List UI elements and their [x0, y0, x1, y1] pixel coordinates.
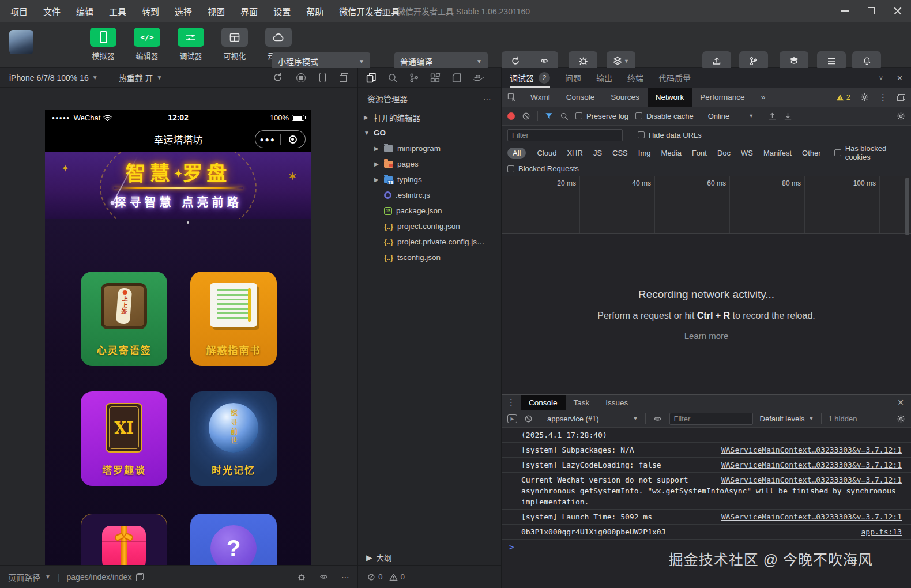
tree-item-project-private-config[interactable]: {..} project.private.config.js… [358, 234, 501, 250]
dock-side-icon[interactable] [897, 94, 905, 101]
search-icon[interactable] [560, 112, 569, 120]
type-filter-css[interactable]: CSS [607, 149, 633, 157]
debugger-toggle-button[interactable]: 调试器 [173, 28, 209, 61]
tree-item-open-editors[interactable]: ▶ 打开的编辑器 [358, 110, 501, 125]
drawer-tab-task[interactable]: Task [566, 395, 598, 410]
tree-item-package-json[interactable]: JS package.json [358, 203, 501, 218]
tab-performance[interactable]: Performance [692, 88, 752, 107]
search-icon[interactable] [387, 73, 398, 83]
clear-icon[interactable] [522, 112, 530, 120]
outline-section[interactable]: ▶ 大纲 [358, 550, 501, 565]
type-filter-img[interactable]: Img [633, 149, 656, 157]
capsule-more-button[interactable]: ●●● [255, 135, 280, 144]
tree-item-miniprogram[interactable]: ▶ miniprogram [358, 141, 501, 156]
menu-view[interactable]: 视图 [208, 5, 225, 17]
more-icon[interactable]: ⋯ [341, 572, 349, 582]
tree-item-project-config[interactable]: {..} project.config.json [358, 218, 501, 234]
export-har-icon[interactable] [784, 112, 792, 120]
close-button[interactable] [884, 0, 911, 22]
compile-mode-select[interactable]: 普通编译 ▼ [394, 52, 488, 70]
throttling-select[interactable]: Online▼ [708, 112, 754, 120]
tree-item-root-go[interactable]: ▼ GO [358, 125, 501, 141]
close-drawer-icon[interactable]: ✕ [897, 398, 911, 407]
tab-terminal[interactable]: 终端 [627, 68, 643, 88]
stop-icon[interactable] [296, 73, 306, 82]
type-filter-font[interactable]: Font [687, 149, 712, 157]
menu-tools[interactable]: 工具 [109, 5, 126, 17]
more-tabs-icon[interactable]: » [753, 88, 774, 107]
source-link[interactable]: WAServiceMainContext…03233303&v=3.7.12:1 [721, 511, 902, 522]
tab-wxml[interactable]: Wxml [522, 88, 558, 107]
menu-goto[interactable]: 转到 [142, 5, 159, 17]
tab-debugger[interactable]: 调试器 2 [510, 68, 550, 88]
avatar[interactable] [9, 30, 33, 54]
disable-cache-checkbox[interactable]: Disable cache [635, 112, 694, 120]
more-icon[interactable]: ⋯ [483, 94, 492, 103]
storage-icon[interactable] [451, 73, 462, 83]
card-coming-soon[interactable]: ? 敬请期待哟 [190, 514, 277, 565]
type-filter-cloud[interactable]: Cloud [532, 149, 562, 157]
hide-data-urls-checkbox[interactable]: Hide data URLs [638, 131, 702, 140]
eager-eval-icon[interactable]: ▶ [507, 414, 517, 423]
drawer-tab-console[interactable]: Console [521, 395, 566, 410]
type-filter-media[interactable]: Media [656, 149, 686, 157]
has-blocked-cookies-checkbox[interactable]: Has blocked cookies [834, 144, 905, 161]
log-row[interactable]: (2025.4.1 17:28:40) [502, 428, 911, 443]
type-filter-manifest[interactable]: Manifest [758, 149, 797, 157]
console-settings-icon[interactable] [897, 414, 905, 423]
editor-toggle-button[interactable]: </> 编辑器 [129, 28, 165, 61]
device-select[interactable]: iPhone 6/7/8 100% 16 [9, 73, 89, 82]
tab-sources[interactable]: Sources [603, 88, 648, 107]
log-row[interactable]: WAServiceMainContext…03233303&v=3.7.12:1… [502, 473, 911, 510]
tab-console[interactable]: Console [558, 88, 603, 107]
inspect-element-icon[interactable] [502, 88, 522, 107]
type-filter-other[interactable]: Other [797, 149, 826, 157]
filter-funnel-icon[interactable] [545, 112, 553, 120]
type-filter-xhr[interactable]: XHR [562, 149, 588, 157]
preserve-log-checkbox[interactable]: Preserve log [575, 112, 628, 120]
visual-toggle-button[interactable]: 可视化 [217, 28, 253, 61]
restart-icon[interactable] [273, 73, 283, 82]
type-filter-all[interactable]: All [507, 148, 526, 159]
warning-counter[interactable]: 2 [836, 93, 850, 101]
close-panel-icon[interactable]: ✕ [897, 74, 903, 82]
multi-window-icon[interactable] [340, 73, 348, 82]
network-filter-input[interactable] [507, 129, 623, 141]
more-options-icon[interactable]: ⋮ [879, 92, 887, 103]
log-row[interactable]: app.ts:13 0b3P1x000qgr4U1Xig000pbeUW2P1x… [502, 525, 911, 540]
card-fortune-stick[interactable]: 上上签 心灵寄语签 [81, 272, 167, 366]
drawer-tab-issues[interactable]: Issues [597, 395, 636, 410]
log-row[interactable]: WAServiceMainContext…03233303&v=3.7.12:1… [502, 510, 911, 525]
tab-problems[interactable]: 问题 [565, 68, 581, 88]
log-levels-select[interactable]: Default levels▼ [760, 414, 814, 423]
tree-item-pages[interactable]: ▶ pages [358, 156, 501, 172]
eye-icon[interactable] [653, 415, 662, 423]
scrollbar-thumb[interactable] [905, 178, 909, 235]
warnings-icon[interactable] [389, 573, 398, 581]
hot-reload-select[interactable]: 热重载 开 [119, 72, 153, 84]
minimize-button[interactable] [831, 0, 858, 22]
docker-icon[interactable] [473, 73, 484, 83]
learn-more-link[interactable]: Learn more [684, 331, 729, 341]
eye-icon[interactable] [319, 573, 329, 581]
copy-icon[interactable] [136, 573, 144, 581]
card-guide-book[interactable]: 解惑指南书 [190, 272, 277, 366]
source-control-icon[interactable] [409, 73, 419, 83]
gear-icon[interactable] [860, 93, 869, 101]
type-filter-ws[interactable]: WS [736, 149, 758, 157]
blocked-requests-checkbox[interactable]: Blocked Requests [507, 164, 579, 173]
source-link[interactable]: WAServiceMainContext…03233303&v=3.7.12:1 [721, 459, 902, 470]
extensions-icon[interactable] [430, 73, 441, 83]
menu-help[interactable]: 帮助 [306, 5, 323, 17]
tab-code-quality[interactable]: 代码质量 [658, 68, 691, 88]
card-next-joy[interactable]: 下一件喜事 [81, 514, 167, 565]
capsule-close-button[interactable] [281, 135, 306, 144]
menu-interface[interactable]: 界面 [240, 5, 258, 17]
simulator-toggle-button[interactable]: 模拟器 [85, 28, 121, 61]
menu-file[interactable]: 文件 [43, 5, 61, 17]
maximize-button[interactable] [858, 0, 884, 22]
page-path-select[interactable]: 页面路径 [8, 571, 40, 583]
type-filter-js[interactable]: JS [588, 149, 607, 157]
network-settings-icon[interactable] [897, 112, 905, 120]
drawer-menu-icon[interactable]: ⋮ [502, 397, 521, 408]
